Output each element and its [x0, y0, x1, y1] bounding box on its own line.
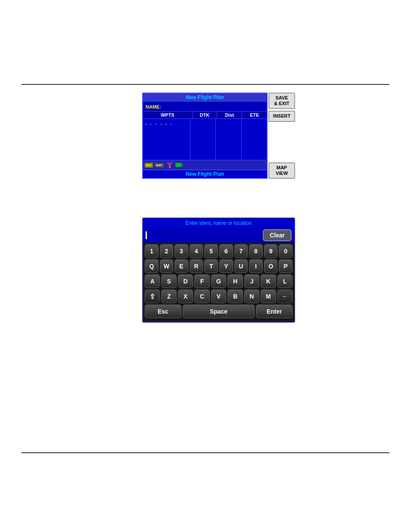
- key-v[interactable]: V: [211, 289, 226, 303]
- key-7[interactable]: 7: [234, 244, 248, 258]
- key-9[interactable]: 9: [264, 244, 278, 258]
- battery-icon: [175, 161, 183, 169]
- key-o[interactable]: O: [264, 259, 278, 273]
- ete-cell: [242, 119, 267, 160]
- text-cursor: [146, 231, 147, 239]
- key-s[interactable]: S: [161, 274, 176, 288]
- top-divider: [22, 84, 389, 85]
- columns-header: WPTS DTK Dist ETE: [143, 112, 267, 119]
- dist-cell: [216, 119, 241, 160]
- key-n[interactable]: N: [244, 289, 259, 303]
- key-f[interactable]: F: [194, 274, 209, 288]
- key-m[interactable]: M: [261, 289, 276, 303]
- shift-key[interactable]: ⇧: [145, 289, 160, 303]
- esc-key[interactable]: Esc: [145, 305, 181, 318]
- key-w[interactable]: W: [160, 259, 174, 273]
- keyboard-input-field[interactable]: [146, 231, 147, 239]
- key-x[interactable]: X: [178, 289, 193, 303]
- col-dist: Dist: [217, 112, 242, 118]
- key-2[interactable]: 2: [160, 244, 174, 258]
- asdf-row: A S D F G H J K L: [145, 274, 293, 288]
- svg-rect-7: [176, 164, 181, 166]
- zxcv-row: ⇧ Z X C V B N M ←: [145, 289, 293, 303]
- insert-button[interactable]: INSERT: [268, 111, 295, 121]
- key-u[interactable]: U: [234, 259, 248, 273]
- col-wpts: WPTS: [143, 112, 193, 118]
- keyboard-panel: Enter ident, name or location Clear 1 2 …: [142, 218, 295, 323]
- status-icons: WX BAT: [145, 161, 183, 169]
- keyboard-prompt: Enter ident, name or location: [143, 218, 294, 228]
- key-p[interactable]: P: [279, 259, 293, 273]
- status-bar: WX BAT: [143, 160, 267, 170]
- wx-label: WX: [145, 163, 153, 168]
- waypoint-entry: - - - - - -: [143, 119, 190, 160]
- key-r[interactable]: R: [190, 259, 203, 273]
- key-a[interactable]: A: [145, 274, 160, 288]
- key-q[interactable]: Q: [145, 259, 159, 273]
- number-row: 1 2 3 4 5 6 7 8 9 0: [145, 244, 293, 258]
- key-y[interactable]: Y: [219, 259, 233, 273]
- key-g[interactable]: G: [211, 274, 226, 288]
- key-3[interactable]: 3: [174, 244, 188, 258]
- key-d[interactable]: D: [178, 274, 193, 288]
- key-t[interactable]: T: [204, 259, 218, 273]
- qwerty-row: Q W E R T Y U I O P: [145, 259, 293, 273]
- key-1[interactable]: 1: [145, 244, 159, 258]
- bottom-divider: [22, 452, 389, 453]
- keyboard-input-row: Clear: [143, 228, 294, 243]
- key-i[interactable]: I: [249, 259, 263, 273]
- flight-plan-title: New Flight Plan: [143, 93, 267, 102]
- flight-plan-name-row: NAME:: [143, 102, 267, 112]
- bat-label: BAT: [155, 163, 164, 168]
- bottom-row: Esc Space Enter: [145, 305, 293, 318]
- flight-plan-body: - - - - - -: [143, 119, 267, 160]
- flight-plan-bottom-bar: New Flight Plan: [143, 170, 267, 178]
- key-c[interactable]: C: [194, 289, 209, 303]
- col-dtk: DTK: [193, 112, 218, 118]
- flight-plan-panel: New Flight Plan NAME: WPTS DTK Dist ETE …: [142, 93, 295, 179]
- key-z[interactable]: Z: [161, 289, 176, 303]
- antenna-icon: [166, 161, 174, 169]
- key-k[interactable]: K: [261, 274, 276, 288]
- svg-rect-0: [169, 165, 171, 168]
- key-8[interactable]: 8: [249, 244, 263, 258]
- space-key[interactable]: Space: [183, 305, 255, 318]
- key-0[interactable]: 0: [279, 244, 293, 258]
- svg-rect-6: [182, 164, 183, 166]
- waypoint-row: - - - - - -: [143, 119, 267, 160]
- save-exit-button[interactable]: SAVE& EXIT: [268, 93, 295, 109]
- map-view-button[interactable]: MAPVIEW: [268, 162, 295, 179]
- key-4[interactable]: 4: [190, 244, 203, 258]
- clear-button[interactable]: Clear: [263, 229, 292, 241]
- fp-buttons-panel: SAVE& EXIT INSERT MAPVIEW: [268, 93, 295, 179]
- dtk-cell: [190, 119, 216, 160]
- key-e[interactable]: E: [174, 259, 188, 273]
- name-label: NAME:: [146, 104, 161, 109]
- key-b[interactable]: B: [227, 289, 243, 303]
- key-h[interactable]: H: [227, 274, 243, 288]
- keyboard-keys-area: 1 2 3 4 5 6 7 8 9 0 Q W E R T Y U I O P …: [143, 243, 294, 322]
- backspace-key[interactable]: ←: [277, 289, 293, 303]
- key-6[interactable]: 6: [219, 244, 233, 258]
- col-ete: ETE: [242, 112, 267, 118]
- key-l[interactable]: L: [277, 274, 293, 288]
- enter-key[interactable]: Enter: [256, 305, 293, 318]
- flight-plan-main: New Flight Plan NAME: WPTS DTK Dist ETE …: [142, 93, 268, 179]
- key-j[interactable]: J: [244, 274, 259, 288]
- key-5[interactable]: 5: [204, 244, 218, 258]
